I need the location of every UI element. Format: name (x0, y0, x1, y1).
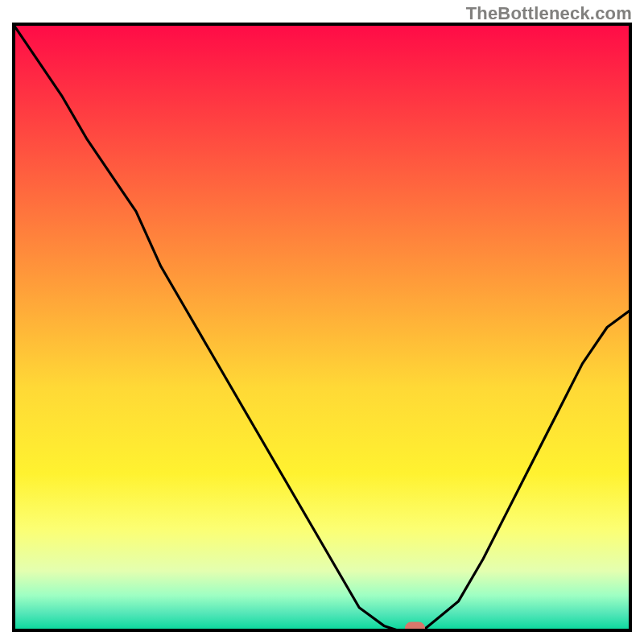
bottleneck-curve (12, 23, 632, 632)
watermark-text: TheBottleneck.com (466, 3, 632, 24)
curve-layer (12, 23, 632, 632)
chart-frame: TheBottleneck.com (0, 0, 644, 644)
plot-area (12, 23, 632, 632)
optimal-marker (406, 622, 425, 632)
